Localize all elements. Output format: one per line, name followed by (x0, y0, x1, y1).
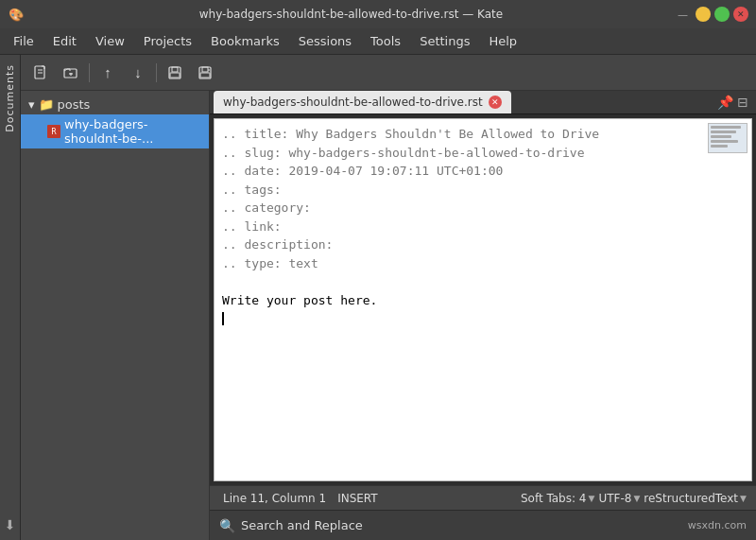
svg-rect-7 (172, 67, 178, 72)
minimize-button[interactable] (696, 7, 711, 22)
edit-mode: INSERT (334, 492, 382, 505)
menubar: File Edit View Projects Bookmarks Sessio… (0, 28, 756, 55)
editor-line-5: .. category: (222, 199, 744, 218)
status-bar: Line 11, Column 1 INSERT Soft Tabs: 4 ▼ … (210, 485, 756, 510)
move-down-button[interactable]: ↓ (124, 60, 152, 86)
search-icon: 🔍 (219, 518, 235, 533)
minimap-line (711, 126, 741, 129)
editor-line-1: .. title: Why Badgers Shouldn't Be Allow… (222, 125, 744, 144)
editor-line-7: .. description: (222, 235, 744, 254)
menu-settings[interactable]: Settings (410, 30, 479, 52)
menu-view[interactable]: View (86, 30, 134, 52)
save-as-button[interactable] (191, 60, 219, 86)
editor-container: why-badgers-shouldnt-be-allowed-to-drive… (210, 91, 756, 540)
svg-rect-10 (202, 67, 208, 72)
open-file-button[interactable] (57, 60, 85, 86)
tabs-chevron: ▼ (588, 494, 594, 503)
toolbar: ↑ ↓ (21, 55, 756, 91)
tab-close-button[interactable]: ✕ (489, 96, 502, 109)
menu-file[interactable]: File (4, 30, 43, 52)
search-label: Search and Replace (241, 518, 363, 532)
move-up-button[interactable]: ↑ (94, 60, 122, 86)
menu-projects[interactable]: Projects (134, 30, 201, 52)
titlebar: 🎨 why-badgers-shouldnt-be-allowed-to-dri… (0, 0, 756, 28)
menu-edit[interactable]: Edit (43, 30, 86, 52)
toolbar-separator-1 (89, 63, 90, 82)
panel-bottom-button[interactable]: ⬇ (5, 517, 16, 532)
file-item-rst[interactable]: R why-badgers-shouldnt-be-... (21, 114, 209, 148)
editor-tab[interactable]: why-badgers-shouldnt-be-allowed-to-drive… (214, 91, 511, 113)
tab-bar: why-badgers-shouldnt-be-allowed-to-drive… (210, 91, 756, 114)
editor-content[interactable]: .. title: Why Badgers Shouldn't Be Allow… (214, 118, 752, 481)
search-right-label: wsxdn.com (688, 519, 747, 531)
tabs-label: Soft Tabs: 4 (521, 492, 587, 505)
minimap-line (711, 131, 736, 133)
pin-icon[interactable]: 📌 (717, 95, 733, 110)
menu-bookmarks[interactable]: Bookmarks (201, 30, 289, 52)
editor-line-2: .. slug: why-badgers-shouldnt-be-allowed… (222, 144, 744, 163)
folder-name: posts (58, 97, 91, 112)
editor-cursor-line (222, 309, 744, 328)
minimap-line (711, 145, 728, 148)
encoding-label: UTF-8 (598, 492, 631, 505)
menu-help[interactable]: Help (479, 30, 526, 52)
svg-rect-8 (170, 73, 180, 78)
save-button[interactable] (161, 60, 189, 86)
toolbar-area: ↑ ↓ (21, 55, 756, 540)
main-layout: Documents ⬇ (0, 55, 756, 540)
content-area: ▾ 📁 posts R why-badgers-shouldnt-be-... … (21, 91, 756, 540)
syntax-label: reStructuredText (644, 492, 738, 505)
tab-right-icons: 📌 ⊟ (713, 91, 752, 113)
file-tree: ▾ 📁 posts R why-badgers-shouldnt-be-... (21, 91, 210, 540)
folder-posts[interactable]: ▾ 📁 posts (21, 95, 209, 114)
tabs-setting[interactable]: Soft Tabs: 4 ▼ (521, 492, 594, 505)
new-file-button[interactable] (26, 60, 55, 86)
documents-label: Documents (4, 64, 16, 132)
cursor-position: Line 11, Column 1 (219, 492, 330, 505)
window-controls: — ✕ (678, 7, 748, 22)
app-icon: 🎨 (8, 6, 25, 23)
encoding-setting[interactable]: UTF-8 ▼ (598, 492, 640, 505)
menu-tools[interactable]: Tools (361, 30, 410, 52)
search-bar: 🔍 Search and Replace wsxdn.com (210, 510, 756, 540)
editor-line-3: .. date: 2019-04-07 19:07:11 UTC+01:00 (222, 162, 744, 181)
editor-line-4: .. tags: (222, 181, 744, 200)
minimap-line (711, 140, 738, 143)
editor-line-8: .. type: text (222, 254, 744, 273)
tab-filename: why-badgers-shouldnt-be-allowed-to-drive… (223, 96, 483, 109)
toolbar-separator-2 (156, 63, 157, 82)
folder-icon: 📁 (39, 97, 54, 112)
editor-line-9 (222, 272, 744, 291)
documents-panel: Documents ⬇ (0, 55, 21, 540)
editor-line-6: .. link: (222, 218, 744, 236)
expand-icon: ▾ (28, 97, 35, 112)
syntax-chevron: ▼ (740, 494, 747, 503)
minimap (708, 123, 747, 153)
file-name: why-badgers-shouldnt-be-... (64, 117, 201, 146)
window-title: why-badgers-shouldnt-be-allowed-to-drive… (30, 8, 672, 21)
encoding-chevron: ▼ (633, 494, 640, 503)
maximize-button[interactable] (714, 7, 730, 22)
file-type-icon: R (47, 125, 60, 138)
svg-rect-11 (200, 73, 210, 78)
syntax-setting[interactable]: reStructuredText ▼ (644, 492, 747, 505)
split-icon[interactable]: ⊟ (737, 95, 748, 110)
close-button[interactable]: ✕ (733, 7, 748, 22)
menu-sessions[interactable]: Sessions (289, 30, 361, 52)
editor-line-10: Write your post here. (222, 291, 744, 310)
minimap-line (711, 135, 731, 138)
